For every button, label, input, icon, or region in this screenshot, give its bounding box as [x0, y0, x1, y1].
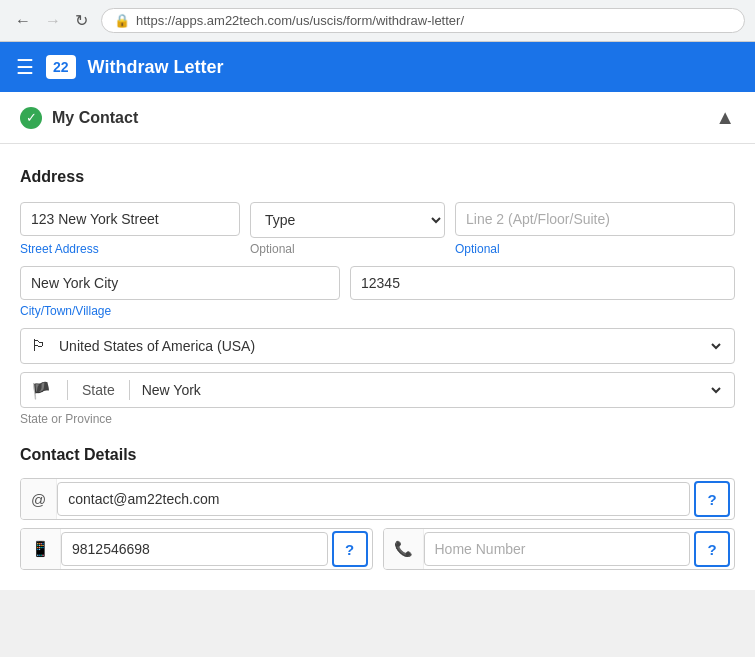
top-nav: ☰ 22 Withdraw Letter	[0, 42, 755, 92]
logo: 22	[46, 55, 76, 79]
email-icon: @	[21, 479, 57, 519]
state-select-wrap: 🏴 State New York California Texas Florid…	[20, 372, 735, 408]
state-sublabel: State or Province	[20, 412, 735, 426]
reload-button[interactable]: ↻	[70, 9, 93, 32]
browser-chrome: ← → ↻ 🔒 https://apps.am22tech.com/us/usc…	[0, 0, 755, 42]
phone-icon: 📞	[384, 529, 424, 569]
street-group	[20, 202, 240, 238]
url-text: https://apps.am22tech.com/us/uscis/form/…	[136, 13, 464, 28]
country-flag-icon: 🏳	[31, 337, 47, 355]
section-header-left: ✓ My Contact	[20, 107, 138, 129]
type-group: Type Home Work Other	[250, 202, 445, 238]
state-flag-icon: 🏴	[31, 381, 51, 400]
collapse-button[interactable]: ▲	[715, 106, 735, 129]
mobile-icon: 📱	[21, 529, 61, 569]
section-title: My Contact	[52, 109, 138, 127]
back-button[interactable]: ←	[10, 9, 36, 32]
country-row: 🏳 United States of America (USA) Canada …	[20, 328, 735, 364]
street-label: Street Address	[20, 242, 99, 256]
street-input[interactable]	[20, 202, 240, 236]
email-row: @ ?	[20, 478, 735, 520]
state-select[interactable]: New York California Texas Florida Illino…	[138, 373, 724, 407]
mobile-input[interactable]	[61, 532, 328, 566]
state-divider	[67, 380, 68, 400]
home-input[interactable]	[424, 532, 691, 566]
home-col: 📞 ?	[383, 528, 736, 570]
contact-details-title: Contact Details	[20, 446, 735, 464]
address-labels: Street Address Optional Optional	[20, 240, 735, 256]
contact-details-section: Contact Details @ ? 📱 ? 📞 ?	[20, 446, 735, 570]
country-select[interactable]: United States of America (USA) Canada Me…	[55, 329, 724, 363]
zip-input[interactable]	[350, 266, 735, 300]
city-label: City/Town/Village	[20, 304, 340, 318]
lock-icon: 🔒	[114, 13, 130, 28]
address-section: Address Type Home Work Other Street Addr	[20, 168, 735, 426]
line2-group	[455, 202, 735, 238]
state-divider2	[129, 380, 130, 400]
city-zip-row: City/Town/Village	[20, 266, 735, 318]
mobile-help-button[interactable]: ?	[332, 531, 368, 567]
hamburger-icon[interactable]: ☰	[16, 55, 34, 79]
state-row: 🏴 State New York California Texas Florid…	[20, 372, 735, 426]
check-circle-icon: ✓	[20, 107, 42, 129]
phone-row: 📱 ? 📞 ?	[20, 528, 735, 570]
section-header: ✓ My Contact ▲	[0, 92, 755, 144]
mobile-col: 📱 ?	[20, 528, 373, 570]
email-help-button[interactable]: ?	[694, 481, 730, 517]
city-group: City/Town/Village	[20, 266, 340, 318]
email-input[interactable]	[57, 482, 690, 516]
street-row: Type Home Work Other	[20, 202, 735, 238]
main-content: Address Type Home Work Other Street Addr	[0, 144, 755, 590]
address-bar[interactable]: 🔒 https://apps.am22tech.com/us/uscis/for…	[101, 8, 745, 33]
zip-group	[350, 266, 735, 318]
nav-title: Withdraw Letter	[88, 57, 224, 78]
line2-optional-label: Optional	[455, 242, 500, 256]
browser-nav: ← → ↻	[10, 9, 93, 32]
home-help-button[interactable]: ?	[694, 531, 730, 567]
city-input[interactable]	[20, 266, 340, 300]
state-label-text: State	[82, 382, 115, 398]
address-section-title: Address	[20, 168, 735, 186]
line2-input[interactable]	[455, 202, 735, 236]
forward-button[interactable]: →	[40, 9, 66, 32]
type-optional-label: Optional	[250, 242, 295, 256]
type-select[interactable]: Type Home Work Other	[250, 202, 445, 238]
country-select-wrap: 🏳 United States of America (USA) Canada …	[20, 328, 735, 364]
